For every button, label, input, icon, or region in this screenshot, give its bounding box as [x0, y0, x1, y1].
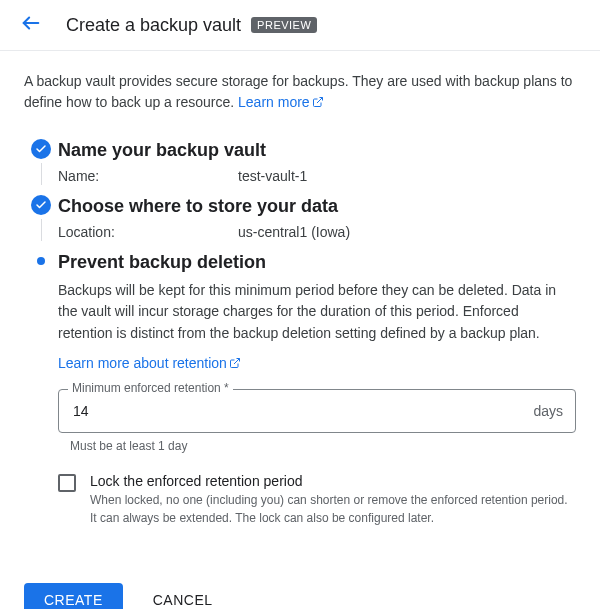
name-label: Name: — [58, 168, 238, 184]
step-icon-col — [24, 139, 58, 189]
cancel-button[interactable]: CANCEL — [147, 591, 219, 609]
retention-suffix: days — [533, 403, 563, 419]
lock-desc: When locked, no one (including you) can … — [90, 491, 576, 527]
step-name: Name your backup vault Name: test-vault-… — [24, 139, 576, 189]
lock-checkbox-row: Lock the enforced retention period When … — [58, 473, 576, 527]
page-title: Create a backup vault — [66, 15, 241, 36]
preview-badge: PREVIEW — [251, 17, 317, 33]
check-icon — [31, 139, 51, 159]
name-value: test-vault-1 — [238, 168, 307, 184]
location-value: us-central1 (Iowa) — [238, 224, 350, 240]
step-icon-col — [24, 195, 58, 245]
retention-field-label: Minimum enforced retention * — [68, 381, 233, 395]
content: A backup vault provides secure storage f… — [0, 51, 600, 565]
step-location-title[interactable]: Choose where to store your data — [58, 195, 576, 218]
retention-helper: Must be at least 1 day — [70, 439, 576, 453]
retention-field-box[interactable]: days — [58, 389, 576, 433]
page-header: Create a backup vault PREVIEW — [0, 0, 600, 51]
footer: CREATE CANCEL — [0, 565, 600, 609]
check-icon — [31, 195, 51, 215]
retention-desc: Backups will be kept for this minimum pe… — [58, 280, 576, 345]
retention-field: Minimum enforced retention * days — [58, 389, 576, 433]
lock-checkbox[interactable] — [58, 474, 76, 492]
step-body: Name your backup vault Name: test-vault-… — [58, 139, 576, 189]
active-dot-icon — [37, 257, 45, 265]
step-body: Prevent backup deletion Backups will be … — [58, 251, 576, 535]
back-arrow-icon[interactable] — [20, 12, 42, 38]
connector — [41, 219, 42, 241]
step-retention: Prevent backup deletion Backups will be … — [24, 251, 576, 535]
step-retention-title: Prevent backup deletion — [58, 251, 576, 274]
location-label: Location: — [58, 224, 238, 240]
connector — [41, 163, 42, 185]
retention-learn-more-link[interactable]: Learn more about retention — [58, 355, 241, 371]
svg-line-2 — [234, 358, 240, 364]
step-name-summary: Name: test-vault-1 — [58, 168, 576, 184]
step-location: Choose where to store your data Location… — [24, 195, 576, 245]
retention-input[interactable] — [71, 402, 533, 420]
intro-text: A backup vault provides secure storage f… — [24, 71, 576, 113]
step-icon-col — [24, 251, 58, 535]
step-location-summary: Location: us-central1 (Iowa) — [58, 224, 576, 240]
lock-body: Lock the enforced retention period When … — [90, 473, 576, 527]
step-body: Choose where to store your data Location… — [58, 195, 576, 245]
svg-line-1 — [317, 98, 323, 104]
learn-more-link[interactable]: Learn more — [238, 94, 324, 110]
create-button[interactable]: CREATE — [24, 583, 123, 609]
step-name-title[interactable]: Name your backup vault — [58, 139, 576, 162]
lock-label[interactable]: Lock the enforced retention period — [90, 473, 576, 489]
